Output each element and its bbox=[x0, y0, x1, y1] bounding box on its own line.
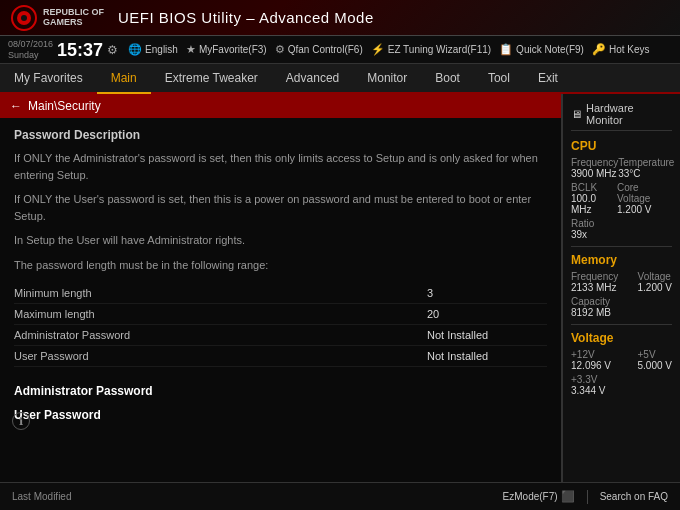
security-content: Password Description If ONLY the Adminis… bbox=[0, 118, 561, 437]
myfavorite-icon: ★ bbox=[186, 43, 196, 56]
quicknote-icon: 📋 bbox=[499, 43, 513, 56]
admin-password-button[interactable]: Administrator Password bbox=[14, 379, 547, 403]
v5-value: 5.000 V bbox=[638, 360, 672, 371]
footer-divider bbox=[587, 490, 588, 504]
nav-tool-label: Tool bbox=[488, 71, 510, 85]
table-row: Maximum length 20 bbox=[14, 304, 547, 325]
nav-tweaker[interactable]: Extreme Tweaker bbox=[151, 64, 272, 92]
hotkeys-label: Hot Keys bbox=[609, 44, 650, 55]
mem-voltage-label: Voltage bbox=[638, 271, 672, 282]
language-label: English bbox=[145, 44, 178, 55]
eztuning-label: EZ Tuning Wizard(F11) bbox=[388, 44, 491, 55]
time-display: 15:37 bbox=[57, 41, 103, 59]
desc-4: The password length must be in the follo… bbox=[14, 257, 547, 274]
memory-section-title: Memory bbox=[571, 253, 672, 267]
nav-favorites-label: My Favorites bbox=[14, 71, 83, 85]
toolbar-hotkeys[interactable]: 🔑 Hot Keys bbox=[592, 43, 650, 56]
table-row: Minimum length 3 bbox=[14, 283, 547, 304]
bclk-value: 100.0 MHz bbox=[571, 193, 617, 215]
nav-favorites[interactable]: My Favorites bbox=[0, 64, 97, 92]
desc-1: If ONLY the Administrator's password is … bbox=[14, 150, 547, 183]
date-display: 08/07/2016 bbox=[8, 39, 53, 50]
min-length-value: 3 bbox=[427, 287, 547, 299]
rog-logo: REPUBLIC OF GAMERS bbox=[10, 4, 104, 32]
desc-2: If ONLY the User's password is set, then… bbox=[14, 191, 547, 224]
nav-main[interactable]: Main bbox=[97, 64, 151, 94]
desc-3: In Setup the User will have Administrato… bbox=[14, 232, 547, 249]
hw-monitor-title: Hardware Monitor bbox=[586, 102, 672, 126]
mem-capacity-row: Capacity 8192 MB bbox=[571, 296, 672, 318]
user-password-button[interactable]: User Password bbox=[14, 403, 547, 427]
ez-mode-button[interactable]: EzMode(F7) ⬛ bbox=[503, 490, 575, 504]
svg-point-2 bbox=[21, 15, 27, 21]
capacity-label: Capacity bbox=[571, 296, 672, 307]
voltage-33-row: +3.3V 3.344 V bbox=[571, 374, 672, 396]
toolbar-quicknote[interactable]: 📋 Quick Note(F9) bbox=[499, 43, 584, 56]
left-panel: ← Main\Security Password Description If … bbox=[0, 94, 562, 482]
cpu-bclk-row: BCLK 100.0 MHz Core Voltage 1.200 V bbox=[571, 182, 672, 215]
nav-exit-label: Exit bbox=[538, 71, 558, 85]
eztuning-icon: ⚡ bbox=[371, 43, 385, 56]
v5-label: +5V bbox=[638, 349, 672, 360]
breadcrumb: ← Main\Security bbox=[0, 94, 561, 118]
nav-monitor[interactable]: Monitor bbox=[353, 64, 421, 92]
cpu-section-title: CPU bbox=[571, 139, 672, 153]
capacity-value: 8192 MB bbox=[571, 307, 672, 318]
back-arrow-icon[interactable]: ← bbox=[10, 99, 22, 113]
v33-label: +3.3V bbox=[571, 374, 672, 385]
table-row: Administrator Password Not Installed bbox=[14, 325, 547, 346]
cpu-freq-value: 3900 MHz bbox=[571, 168, 618, 179]
max-length-value: 20 bbox=[427, 308, 547, 320]
quicknote-label: Quick Note(F9) bbox=[516, 44, 584, 55]
min-length-label: Minimum length bbox=[14, 287, 427, 299]
footer-actions: EzMode(F7) ⬛ Search on FAQ bbox=[503, 490, 668, 504]
footer: Last Modified EzMode(F7) ⬛ Search on FAQ bbox=[0, 482, 680, 510]
table-row: User Password Not Installed bbox=[14, 346, 547, 367]
v33-value: 3.344 V bbox=[571, 385, 672, 396]
toolbar-qfan[interactable]: ⚙ Qfan Control(F6) bbox=[275, 43, 363, 56]
voltage-12-5-row: +12V 12.096 V +5V 5.000 V bbox=[571, 349, 672, 371]
info-button[interactable]: ℹ bbox=[12, 412, 30, 430]
breadcrumb-text: Main\Security bbox=[28, 99, 101, 113]
hw-monitor-header: 🖥 Hardware Monitor bbox=[571, 102, 672, 131]
hotkeys-icon: 🔑 bbox=[592, 43, 606, 56]
nav-monitor-label: Monitor bbox=[367, 71, 407, 85]
toolbar: 08/07/2016 Sunday 15:37 ⚙ 🌐 English ★ My… bbox=[0, 36, 680, 64]
toolbar-myfavorite[interactable]: ★ MyFavorite(F3) bbox=[186, 43, 267, 56]
qfan-icon: ⚙ bbox=[275, 43, 285, 56]
mem-voltage-value: 1.200 V bbox=[638, 282, 672, 293]
mem-freq-row: Frequency 2133 MHz Voltage 1.200 V bbox=[571, 271, 672, 293]
main-content: ← Main\Security Password Description If … bbox=[0, 94, 680, 482]
search-faq-button[interactable]: Search on FAQ bbox=[600, 490, 668, 504]
core-voltage-value: 1.200 V bbox=[617, 204, 672, 215]
info-table: Minimum length 3 Maximum length 20 Admin… bbox=[14, 283, 547, 367]
monitor-icon: 🖥 bbox=[571, 108, 582, 120]
bios-header: REPUBLIC OF GAMERS UEFI BIOS Utility – A… bbox=[0, 0, 680, 36]
qfan-label: Qfan Control(F6) bbox=[288, 44, 363, 55]
voltage-section-title: Voltage bbox=[571, 331, 672, 345]
day-display: Sunday bbox=[8, 50, 53, 61]
v12-value: 12.096 V bbox=[571, 360, 611, 371]
cpu-temp-value: 33°C bbox=[618, 168, 674, 179]
settings-icon[interactable]: ⚙ bbox=[107, 43, 118, 57]
hw-divider-1 bbox=[571, 246, 672, 247]
toolbar-language[interactable]: 🌐 English bbox=[128, 43, 178, 56]
v12-label: +12V bbox=[571, 349, 611, 360]
max-length-label: Maximum length bbox=[14, 308, 427, 320]
mem-freq-value: 2133 MHz bbox=[571, 282, 618, 293]
toolbar-eztuning[interactable]: ⚡ EZ Tuning Wizard(F11) bbox=[371, 43, 491, 56]
nav-tweaker-label: Extreme Tweaker bbox=[165, 71, 258, 85]
logo-text: REPUBLIC OF GAMERS bbox=[43, 8, 104, 28]
cpu-temp-label: Temperature bbox=[618, 157, 674, 168]
nav-boot[interactable]: Boot bbox=[421, 64, 474, 92]
ez-mode-icon: ⬛ bbox=[561, 490, 575, 503]
nav-exit[interactable]: Exit bbox=[524, 64, 572, 92]
hw-divider-2 bbox=[571, 324, 672, 325]
search-faq-label: Search on FAQ bbox=[600, 491, 668, 502]
cpu-freq-row: Frequency 3900 MHz Temperature 33°C bbox=[571, 157, 672, 179]
nav-advanced[interactable]: Advanced bbox=[272, 64, 353, 92]
nav-tool[interactable]: Tool bbox=[474, 64, 524, 92]
nav-boot-label: Boot bbox=[435, 71, 460, 85]
cpu-ratio-row: Ratio 39x bbox=[571, 218, 672, 240]
core-voltage-label: Core Voltage bbox=[617, 182, 672, 204]
